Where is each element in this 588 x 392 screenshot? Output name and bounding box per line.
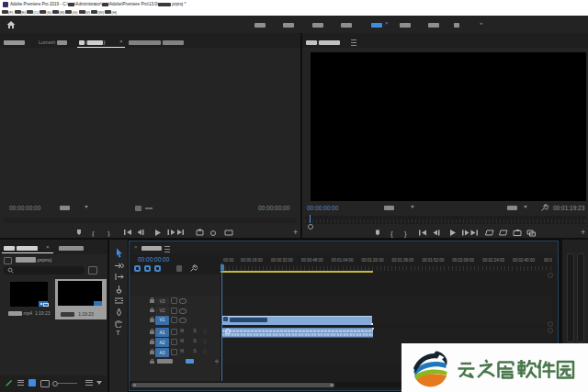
svg-text:}: } [107,230,110,238]
svg-text:}: } [404,230,407,238]
svg-text:{: { [390,230,393,238]
svg-text:{: { [92,230,95,238]
